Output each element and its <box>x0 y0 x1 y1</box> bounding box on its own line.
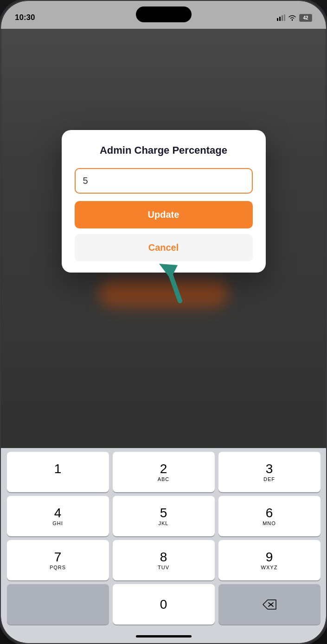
dynamic-island <box>136 7 192 22</box>
cancel-button[interactable]: Cancel <box>75 234 253 261</box>
home-indicator <box>136 635 192 637</box>
key-6-number: 6 <box>266 507 273 520</box>
signal-icon <box>277 14 285 21</box>
keyboard-row-4: 0 <box>3 584 324 624</box>
key-6-letters: MNO <box>263 520 276 526</box>
svg-marker-5 <box>159 264 178 279</box>
key-1[interactable]: 1 <box>7 452 109 492</box>
svg-line-4 <box>168 268 180 301</box>
key-0-number: 0 <box>160 598 167 611</box>
key-7-letters: PQRS <box>50 565 66 570</box>
key-4-letters: GHI <box>52 520 63 526</box>
keyboard-row-1: 1 2 ABC 3 DEF <box>3 452 324 492</box>
arrow-indicator <box>154 261 192 305</box>
key-3-number: 3 <box>266 462 273 475</box>
key-5[interactable]: 5 JKL <box>113 496 215 536</box>
key-delete[interactable] <box>218 584 321 624</box>
key-8-number: 8 <box>160 551 167 564</box>
keyboard-row-3: 7 PQRS 8 TUV 9 WXYZ <box>3 540 324 580</box>
phone-screen: 10:30 42 <box>1 1 326 643</box>
svg-rect-0 <box>277 18 278 21</box>
backspace-icon <box>262 599 277 610</box>
percentage-input[interactable] <box>83 176 244 186</box>
keyboard-row-2: 4 GHI 5 JKL 6 MNO <box>3 496 324 536</box>
key-1-number: 1 <box>54 462 62 475</box>
key-8[interactable]: 8 TUV <box>113 540 215 580</box>
key-3[interactable]: 3 DEF <box>218 452 321 492</box>
key-3-letters: DEF <box>263 476 275 482</box>
key-9[interactable]: 9 WXYZ <box>218 540 321 580</box>
update-button[interactable]: Update <box>75 201 253 228</box>
key-0[interactable]: 0 <box>113 584 215 624</box>
status-time: 10:30 <box>15 13 35 22</box>
input-wrapper[interactable] <box>75 168 253 194</box>
key-2-number: 2 <box>160 462 167 475</box>
status-icons: 42 <box>277 14 312 22</box>
arrow-icon <box>154 261 192 303</box>
key-7-number: 7 <box>54 551 62 564</box>
battery-icon: 42 <box>299 14 312 22</box>
key-4[interactable]: 4 GHI <box>7 496 109 536</box>
key-2-letters: ABC <box>158 476 170 482</box>
key-empty <box>7 584 109 624</box>
key-4-number: 4 <box>54 507 62 520</box>
key-8-letters: TUV <box>158 565 169 570</box>
key-9-number: 9 <box>266 551 273 564</box>
wifi-icon <box>288 14 296 21</box>
key-5-number: 5 <box>160 507 167 520</box>
key-1-letters <box>57 476 58 482</box>
keyboard: 1 2 ABC 3 DEF 4 GHI 5 <box>1 448 326 643</box>
key-7[interactable]: 7 PQRS <box>7 540 109 580</box>
svg-rect-1 <box>279 17 281 21</box>
modal-title: Admin Charge Percentage <box>75 144 253 157</box>
svg-rect-2 <box>282 15 283 21</box>
key-5-letters: JKL <box>159 520 169 526</box>
key-9-letters: WXYZ <box>261 565 278 570</box>
modal-card: Admin Charge Percentage Update Cancel <box>62 130 266 273</box>
key-2[interactable]: 2 ABC <box>113 452 215 492</box>
svg-rect-3 <box>284 14 285 21</box>
phone-frame: 10:30 42 <box>0 0 327 644</box>
key-6[interactable]: 6 MNO <box>218 496 321 536</box>
